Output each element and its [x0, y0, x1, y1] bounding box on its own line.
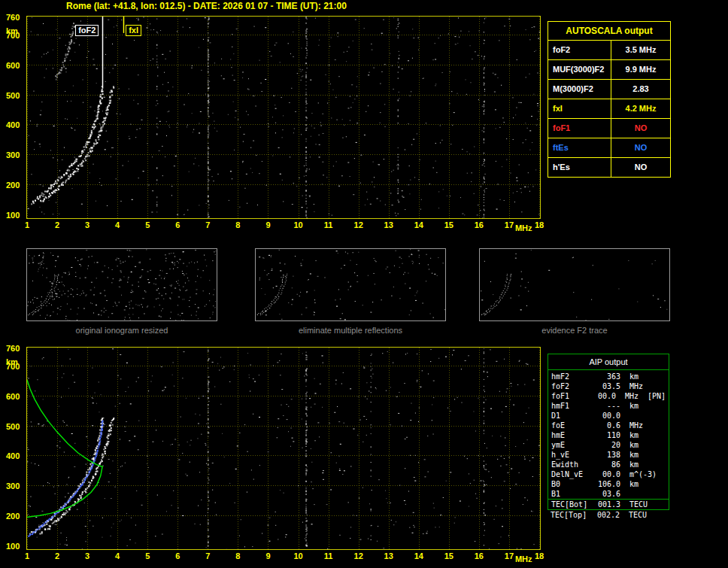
ionogram-top-canvas	[27, 17, 540, 218]
x-tick-label: 13	[381, 220, 396, 229]
parameter-flag	[654, 372, 666, 381]
aip-row: Ewidth86km	[548, 460, 669, 469]
x-tick-label: 12	[351, 551, 366, 560]
parameter-unit: km	[620, 401, 654, 411]
parameter-unit: m^(-3)	[620, 469, 654, 479]
x-tick-label: 1	[20, 220, 35, 229]
parameter-flag	[654, 421, 666, 430]
parameter-name: foE	[551, 421, 593, 430]
parameter-value: 03.6	[593, 489, 620, 499]
aip-output-title: AIP output	[548, 354, 669, 370]
x-tick-label: 9	[260, 551, 275, 560]
autoscala-output-rows: foF23.5 MHzMUF(3000)F29.9 MHzM(3000)F22.…	[548, 41, 670, 177]
ionogram-top-y-axis: 760700600500400300200100km	[5, 17, 27, 218]
ionogram-top-x-axis: 123456789101112131415161718MHz	[27, 220, 554, 232]
x-tick-label: 9	[260, 220, 275, 229]
thumb-original-panel	[26, 248, 217, 321]
parameter-unit: km	[620, 372, 654, 381]
parameter-unit: km	[620, 440, 654, 450]
x-tick-label: 11	[321, 220, 336, 229]
parameter-name: TEC[Bot]	[551, 500, 593, 509]
aip-row: D100.0	[548, 411, 669, 421]
parameter-name: D1	[551, 411, 593, 421]
parameter-flag	[654, 440, 666, 450]
aip-output-panel: AIP output hmF2363kmfoF203.5MHzfoF100.0M…	[548, 354, 669, 520]
parameter-name: ymE	[551, 440, 593, 450]
aip-row: ymE20km	[548, 440, 669, 450]
thumb-noreflections-panel	[255, 248, 446, 321]
aip-row: hmF1---km	[548, 401, 669, 411]
x-axis-unit-label: MHz	[515, 554, 532, 563]
aip-row: DelN_vE00.0m^(-3)	[548, 469, 669, 479]
ionogram-top-plot: foF2fxI	[26, 16, 541, 219]
parameter-unit: TECU	[620, 500, 654, 509]
x-tick-label: 2	[50, 551, 65, 560]
parameter-flag	[654, 401, 666, 411]
y-tick-label: 200	[6, 512, 20, 521]
parameter-name: Ewidth	[551, 460, 593, 469]
parameter-name: hmF2	[551, 372, 593, 381]
autoscala-row: foF23.5 MHz	[548, 41, 670, 60]
y-tick-label: 300	[6, 481, 20, 491]
parameter-flag	[654, 469, 666, 479]
x-tick-label: 7	[200, 220, 215, 229]
foF2-marker-label: foF2	[75, 25, 99, 36]
parameter-name: MUF(3000)F2	[548, 60, 611, 79]
ionogram-bottom-x-axis: 123456789101112131415161718MHz	[27, 551, 554, 563]
aip-output-footer: TEC[Top]002.2TECU	[548, 510, 669, 520]
aip-row: foF100.0MHz[PN]	[548, 391, 669, 401]
parameter-value: 138	[593, 450, 620, 460]
parameter-name: ftEs	[548, 138, 611, 157]
x-tick-label: 10	[291, 551, 306, 560]
parameter-name: B0	[551, 479, 593, 489]
x-tick-label: 6	[170, 220, 185, 229]
parameter-value: 0.6	[593, 421, 620, 430]
x-tick-label: 11	[321, 551, 336, 560]
parameter-flag	[654, 460, 666, 469]
thumb-f2trace-caption: evidence F2 trace	[479, 326, 670, 335]
y-axis-unit-label: km	[6, 26, 18, 35]
parameter-value: NO	[611, 138, 670, 157]
parameter-value: 110	[593, 430, 620, 440]
x-tick-label: 7	[200, 551, 215, 560]
x-tick-label: 8	[230, 220, 245, 229]
parameter-flag	[654, 479, 666, 489]
parameter-value: NO	[611, 119, 670, 138]
parameter-flag	[653, 510, 666, 520]
aip-output-rows: hmF2363kmfoF203.5MHzfoF100.0MHz[PN]hmF1-…	[548, 370, 669, 509]
x-tick-label: 1	[20, 551, 35, 560]
thumb-f2trace-canvas	[480, 249, 669, 320]
parameter-value: 363	[593, 372, 620, 381]
x-tick-label: 4	[110, 551, 125, 560]
x-tick-label: 18	[532, 220, 547, 229]
y-tick-label: 500	[6, 422, 20, 431]
parameter-name: h_vE	[551, 450, 593, 460]
thumb-f2trace-panel	[479, 248, 670, 321]
autoscala-output-title: AUTOSCALA output	[548, 22, 670, 41]
x-tick-label: 5	[140, 220, 155, 229]
parameter-name: hmF1	[551, 401, 593, 411]
parameter-name: TEC[Top]	[551, 510, 593, 520]
y-tick-label: 760	[6, 344, 20, 353]
x-tick-label: 18	[532, 551, 547, 560]
parameter-value: 00.0	[590, 391, 616, 401]
y-tick-label: 400	[6, 120, 20, 129]
parameter-name: B1	[551, 489, 593, 499]
autoscala-output-panel: AUTOSCALA output foF23.5 MHzMUF(3000)F29…	[548, 21, 671, 178]
aip-row: foE0.6MHz	[548, 421, 669, 430]
parameter-value: 86	[593, 460, 620, 469]
parameter-value: 2.83	[611, 80, 670, 99]
x-axis-unit-label: MHz	[515, 223, 532, 232]
parameter-name: foF2	[551, 381, 593, 391]
parameter-value: 3.5 MHz	[611, 41, 670, 59]
parameter-value: 002.2	[593, 510, 620, 520]
aip-row: B0106.0km	[548, 479, 669, 489]
x-tick-label: 10	[291, 220, 306, 229]
parameter-value: ---	[593, 401, 620, 411]
parameter-value: 20	[593, 440, 620, 450]
ionogram-bottom-y-axis: 760700600500400300200100km	[5, 348, 27, 549]
fxI-marker-label: fxI	[126, 25, 141, 36]
parameter-unit: km	[620, 430, 654, 440]
parameter-flag	[654, 500, 666, 509]
parameter-name: foF1	[548, 119, 611, 138]
